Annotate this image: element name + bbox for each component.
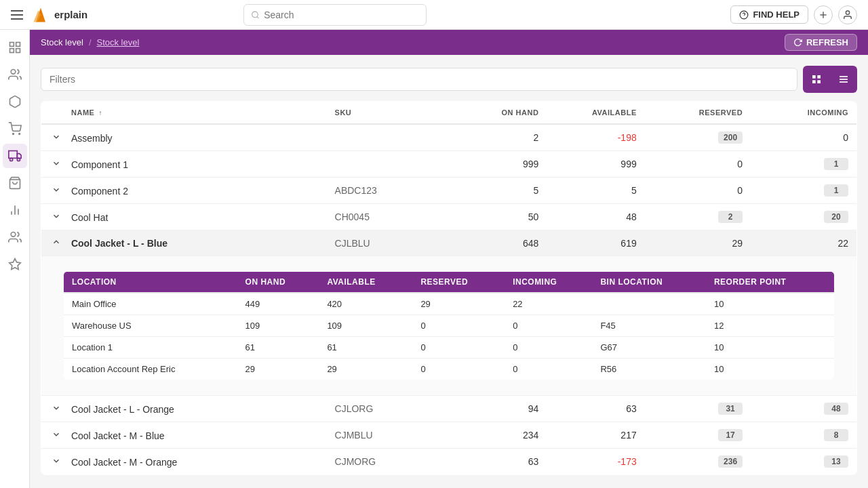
- row-sku-cell: [327, 151, 449, 178]
- row-name-cell: Cool Jacket - M - Orange: [41, 449, 327, 475]
- sub-reserved: 0: [412, 337, 505, 359]
- row-expand-toggle[interactable]: [50, 430, 63, 439]
- sub-table-body: Main Office 449 420 29 22 10 Warehouse U…: [64, 293, 835, 380]
- sub-incoming: 0: [505, 359, 592, 380]
- row-sku-cell: CJLBLU: [327, 230, 449, 256]
- sub-bin-location: R56: [592, 359, 706, 380]
- sidebar-item-dashboard[interactable]: [3, 35, 27, 60]
- row-onhand-cell: 5: [449, 178, 547, 204]
- row-available-cell: -198: [547, 124, 644, 151]
- svg-rect-27: [812, 80, 816, 83]
- row-expand-toggle[interactable]: [50, 211, 63, 221]
- sidebar-item-integrations[interactable]: [3, 252, 27, 277]
- grid-view-button[interactable]: [803, 66, 830, 93]
- svg-point-13: [11, 70, 16, 75]
- sidebar-item-delivery[interactable]: [3, 144, 27, 168]
- row-expand-toggle[interactable]: [50, 237, 63, 247]
- location-sub-table: Location On hand Available Reserved Inco…: [63, 271, 835, 380]
- sub-incoming: 22: [505, 293, 592, 315]
- svg-point-14: [12, 134, 14, 135]
- logo-icon: [31, 5, 50, 24]
- search-bar[interactable]: [243, 4, 427, 26]
- row-sku-cell: CJLORG: [327, 396, 449, 422]
- row-expand-toggle[interactable]: [50, 456, 63, 466]
- sales-icon: [8, 122, 22, 136]
- delivery-icon: [8, 149, 22, 163]
- svg-marker-17: [17, 154, 21, 159]
- sub-col-reserved: Reserved: [412, 272, 505, 293]
- row-expand-toggle[interactable]: [50, 159, 63, 168]
- svg-rect-26: [817, 75, 821, 79]
- row-incoming-cell: 22: [751, 230, 856, 256]
- table-row: Component 1 999 999 0 1: [41, 151, 857, 178]
- find-help-button[interactable]: FIND HELP: [730, 5, 808, 24]
- purchases-icon: [8, 176, 22, 190]
- user-profile-button[interactable]: [838, 5, 857, 24]
- search-icon: [251, 10, 260, 20]
- product-name: Assembly: [71, 133, 113, 144]
- sub-incoming: 0: [505, 337, 592, 359]
- sub-table-row: Main Office 449 420 29 22 10: [64, 293, 835, 315]
- col-header-reserved: RESERVED: [645, 102, 751, 125]
- svg-rect-10: [16, 43, 20, 47]
- product-name: Component 2: [71, 186, 128, 197]
- sub-incoming: 0: [505, 315, 592, 337]
- row-sku-cell: [327, 124, 449, 151]
- row-name-cell: Assembly: [41, 124, 327, 151]
- col-header-name: NAME ↑: [41, 102, 327, 125]
- reserved-badge: 236: [718, 455, 743, 468]
- sidebar-item-purchases[interactable]: [3, 171, 27, 195]
- sub-table-row: Location Account Rep Eric 29 29 0 0 R56 …: [64, 359, 835, 380]
- row-expand-toggle[interactable]: [50, 132, 63, 142]
- sort-arrow-name[interactable]: ↑: [98, 109, 102, 117]
- refresh-button[interactable]: REFRESH: [785, 34, 857, 51]
- sub-location: Location Account Rep Eric: [64, 359, 237, 380]
- sidebar-item-contacts[interactable]: [3, 62, 27, 87]
- incoming-badge: 20: [824, 211, 848, 223]
- table-row: Assembly 2 -198 200 0: [41, 124, 857, 151]
- grid-icon: [811, 74, 822, 85]
- add-button[interactable]: [814, 5, 833, 24]
- row-name-cell: Cool Hat: [41, 204, 327, 230]
- sidebar-item-sales[interactable]: [3, 117, 27, 141]
- sub-reserved: 0: [412, 315, 505, 337]
- sidebar-item-team[interactable]: [3, 225, 27, 249]
- hamburger-menu[interactable]: [11, 10, 23, 20]
- sub-col-bin: Bin location: [592, 272, 706, 293]
- sub-available: 420: [319, 293, 412, 315]
- sidebar-item-reports[interactable]: [3, 198, 27, 222]
- table-header: NAME ↑ SKU ON HAND AVAILABLE RESERVED IN…: [41, 102, 857, 125]
- dashboard-icon: [8, 41, 22, 54]
- row-name-cell: Cool Jacket - M - Blue: [41, 422, 327, 449]
- breadcrumb-separator: /: [89, 37, 92, 47]
- row-incoming-cell: 13: [751, 449, 856, 475]
- row-reserved-cell: 2: [645, 204, 751, 230]
- breadcrumb-label: Stock level: [41, 37, 83, 47]
- row-onhand-cell: 50: [449, 204, 547, 230]
- row-incoming-cell: 1: [751, 178, 856, 204]
- sub-location: Warehouse US: [64, 315, 237, 337]
- list-view-button[interactable]: [830, 66, 857, 93]
- sub-location: Main Office: [64, 293, 237, 315]
- sidebar-item-products[interactable]: [3, 89, 27, 114]
- sub-table-row: Warehouse US 109 109 0 0 F45 12: [64, 315, 835, 337]
- sidebar: [0, 30, 30, 488]
- chevron-down-icon: [52, 159, 61, 168]
- content-area: Stock level / Stock level REFRESH: [30, 30, 868, 488]
- breadcrumb-link[interactable]: Stock level: [97, 37, 140, 47]
- sub-reorder-point: 12: [706, 315, 835, 337]
- filters-input[interactable]: [41, 68, 797, 91]
- help-icon: [739, 10, 749, 20]
- filters-row: [41, 66, 857, 93]
- list-icon: [838, 74, 849, 85]
- row-available-cell: 48: [547, 204, 644, 230]
- sub-available: 109: [319, 315, 412, 337]
- search-input[interactable]: [264, 9, 419, 20]
- logo: erplain: [31, 5, 87, 24]
- row-reserved-cell: 236: [645, 449, 751, 475]
- row-expand-toggle[interactable]: [50, 403, 63, 413]
- row-expand-toggle[interactable]: [50, 185, 63, 195]
- user-icon: [842, 9, 853, 20]
- nav-right: FIND HELP: [730, 5, 857, 24]
- row-available-cell: 999: [547, 151, 644, 178]
